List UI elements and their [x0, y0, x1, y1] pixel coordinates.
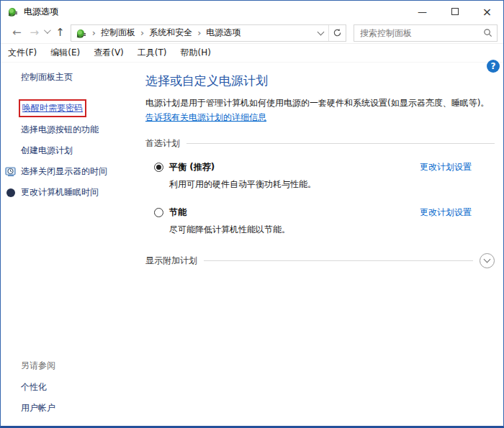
back-button[interactable]: ← [8, 27, 26, 38]
search-icon[interactable] [483, 28, 492, 37]
menu-view[interactable]: 查看(V) [94, 47, 124, 59]
minimize-icon: — [418, 6, 427, 17]
learn-more-link[interactable]: 告诉我有关电源计划的详细信息 [145, 112, 266, 122]
see-also-section: 另请参阅 个性化 用户帐户 [1, 360, 135, 416]
plan-description: 尽可能降低计算机性能以节能。 [169, 224, 495, 236]
intro-paragraph: 电源计划是用于管理计算机如何使用电源的一套硬件和系统设置(如显示器亮度、睡眠等)… [145, 96, 492, 125]
menu-edit[interactable]: 编辑(E) [50, 47, 80, 59]
title-bar: 电源选项 — × [1, 1, 503, 22]
menu-file[interactable]: 文件(F) [8, 47, 37, 59]
close-icon: × [482, 5, 492, 19]
power-plug-icon [76, 27, 87, 39]
additional-plans-row: 显示附加计划 [145, 253, 495, 268]
breadcrumb-control-panel[interactable]: 控制面板 [101, 27, 135, 39]
menu-help[interactable]: 帮助(H) [181, 47, 211, 59]
search-input[interactable] [360, 28, 483, 38]
sidebar-item-user-accounts[interactable]: 用户帐户 [1, 402, 135, 414]
question-mark-icon: ? [491, 61, 496, 71]
plan-balanced: 平衡 (推荐) 更改计划设置 利用可用的硬件自动平衡功耗与性能。 [145, 161, 495, 191]
show-additional-plans-button[interactable] [480, 253, 495, 268]
change-plan-settings-link-balanced[interactable]: 更改计划设置 [420, 161, 472, 173]
radio-balanced[interactable] [154, 163, 163, 172]
body-area: 控制面板主页 唤醒时需要密码 选择电源按钮的功能 创建电源计划 选择关闭显示器的… [1, 63, 503, 426]
plan-description: 利用可用的硬件自动平衡功耗与性能。 [169, 178, 495, 191]
chevron-down-icon [317, 28, 324, 35]
breadcrumb-power-options[interactable]: 电源选项 [206, 27, 240, 39]
refresh-button[interactable] [328, 25, 346, 41]
see-also-header: 另请参阅 [1, 360, 135, 372]
page-title: 选择或自定义电源计划 [145, 73, 495, 89]
sidebar-item-power-buttons[interactable]: 选择电源按钮的功能 [1, 124, 135, 136]
recent-pages-chevron-icon[interactable] [44, 27, 51, 34]
preferred-plans-header-row: 首选计划 [145, 137, 495, 150]
sleep-moon-icon [5, 187, 17, 199]
sidebar-item-wakeup-password-wrap: 唤醒时需要密码 [1, 99, 135, 117]
change-plan-settings-link-power-saver[interactable]: 更改计划设置 [420, 206, 472, 219]
window-title: 电源选项 [24, 6, 406, 18]
sidebar-item-wakeup-password[interactable]: 唤醒时需要密码 [19, 99, 86, 117]
up-button[interactable]: ↑ [53, 27, 71, 38]
additional-plans-header: 显示附加计划 [145, 255, 197, 267]
intro-text: 电源计划是用于管理计算机如何使用电源的一套硬件和系统设置(如显示器亮度、睡眠等)… [145, 98, 489, 108]
sidebar: 控制面板主页 唤醒时需要密码 选择电源按钮的功能 创建电源计划 选择关闭显示器的… [1, 63, 135, 426]
breadcrumb-system-security[interactable]: 系统和安全 [149, 27, 192, 39]
maximize-icon [451, 8, 459, 15]
refresh-icon [333, 28, 342, 37]
maximize-button[interactable] [438, 1, 471, 22]
divider [204, 260, 473, 261]
chevron-down-icon [484, 256, 491, 263]
preferred-plans-header: 首选计划 [145, 137, 180, 150]
help-button[interactable]: ? [487, 60, 500, 73]
sidebar-item-control-panel-home[interactable]: 控制面板主页 [1, 71, 135, 83]
radio-power-saver[interactable] [154, 208, 163, 217]
address-bar[interactable]: › 控制面板 › 系统和安全 › 电源选项 [71, 24, 346, 42]
main-content: ? 选择或自定义电源计划 电源计划是用于管理计算机如何使用电源的一套硬件和系统设… [135, 63, 503, 426]
menu-bar: 文件(F) 编辑(E) 查看(V) 工具(T) 帮助(H) [1, 44, 503, 63]
power-options-window: 电源选项 — × ← → ↑ › 控制面板 › 系统和安全 › 电源选项 [0, 0, 504, 428]
sidebar-item-label: 更改计算机睡眠时间 [21, 186, 99, 199]
breadcrumb-separator-icon: › [87, 27, 101, 38]
plan-name[interactable]: 平衡 (推荐) [169, 161, 215, 173]
close-button[interactable]: × [471, 1, 503, 22]
forward-button[interactable]: → [26, 27, 44, 38]
minimize-button[interactable]: — [406, 1, 438, 22]
search-box[interactable] [354, 24, 498, 42]
plan-row: 平衡 (推荐) 更改计划设置 [145, 161, 495, 173]
address-dropdown-button[interactable] [312, 25, 328, 41]
sidebar-item-label: 选择关闭显示器的时间 [21, 165, 107, 178]
plan-row: 节能 更改计划设置 [145, 206, 495, 219]
menu-tools[interactable]: 工具(T) [138, 47, 167, 59]
divider [186, 143, 495, 144]
plans-list: 平衡 (推荐) 更改计划设置 利用可用的硬件自动平衡功耗与性能。 节能 更改计划… [145, 161, 495, 236]
breadcrumb-separator-icon: › [135, 27, 149, 38]
sidebar-item-create-plan[interactable]: 创建电源计划 [1, 145, 135, 157]
navigation-bar: ← → ↑ › 控制面板 › 系统和安全 › 电源选项 [1, 22, 503, 44]
power-plug-icon [7, 6, 19, 17]
plan-name[interactable]: 节能 [169, 206, 186, 219]
plan-power-saver: 节能 更改计划设置 尽可能降低计算机性能以节能。 [145, 206, 495, 236]
sidebar-item-sleep-time[interactable]: 更改计算机睡眠时间 [1, 186, 135, 199]
clock-display-icon [5, 166, 17, 178]
breadcrumb-separator-icon: › [192, 27, 206, 38]
sidebar-item-display-off-time[interactable]: 选择关闭显示器的时间 [1, 165, 135, 178]
sidebar-item-personalization[interactable]: 个性化 [1, 381, 135, 393]
